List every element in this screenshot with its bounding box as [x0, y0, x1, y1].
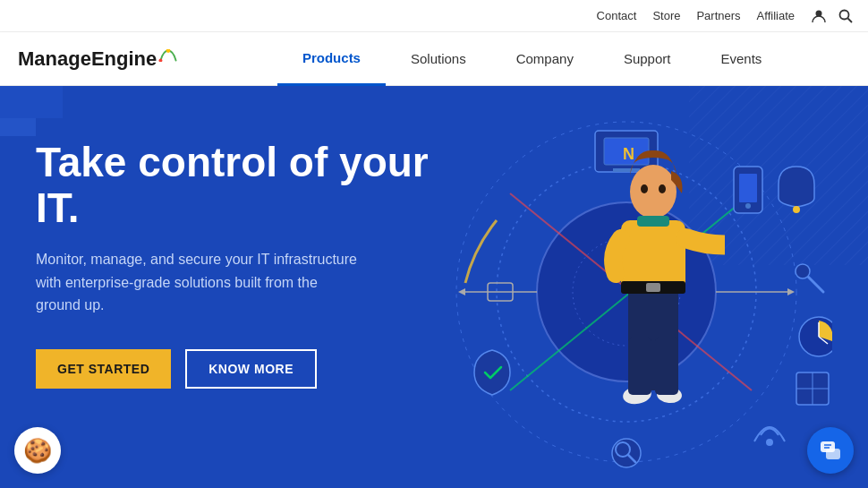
- hero-content: Take control of your IT. Monitor, manage…: [36, 140, 430, 389]
- svg-point-42: [630, 165, 677, 218]
- logo[interactable]: ManageEngine: [18, 47, 178, 71]
- hero-buttons: GET STARTED KNOW MORE: [36, 349, 430, 389]
- know-more-button[interactable]: KNOW MORE: [185, 349, 317, 389]
- svg-point-43: [641, 184, 648, 193]
- user-icon[interactable]: [811, 8, 827, 24]
- nav-products[interactable]: Products: [277, 32, 386, 86]
- nav-company[interactable]: Company: [491, 32, 599, 86]
- hero-subtitle: Monitor, manage, and secure your IT infr…: [36, 248, 358, 317]
- svg-rect-45: [637, 216, 669, 227]
- top-bar-icon-group: [811, 8, 854, 24]
- nav-links: Products Solutions Company Support Event…: [214, 32, 850, 86]
- svg-point-3: [166, 49, 171, 53]
- svg-line-2: [848, 18, 853, 22]
- partners-link[interactable]: Partners: [696, 9, 740, 22]
- svg-rect-54: [826, 449, 840, 459]
- accent-block-left2: [0, 118, 36, 136]
- cookie-banner[interactable]: 🍪: [14, 427, 61, 474]
- get-started-button[interactable]: GET STARTED: [36, 349, 171, 389]
- top-utility-bar: Contact Store Partners Affiliate: [0, 0, 868, 32]
- accent-block-topleft: [0, 86, 63, 118]
- svg-point-23: [796, 264, 810, 278]
- hero-title: Take control of your IT.: [36, 140, 430, 230]
- nav-solutions[interactable]: Solutions: [386, 32, 491, 86]
- chat-icon: [819, 439, 842, 462]
- svg-rect-52: [655, 337, 678, 395]
- svg-point-1: [840, 10, 849, 19]
- search-icon[interactable]: [838, 8, 854, 24]
- nav-events[interactable]: Events: [695, 32, 787, 86]
- svg-rect-51: [628, 337, 651, 395]
- hero-section: Take control of your IT. Monitor, manage…: [0, 86, 868, 488]
- svg-point-20: [745, 203, 751, 209]
- nav-support[interactable]: Support: [599, 32, 696, 86]
- svg-point-44: [659, 184, 666, 193]
- logo-manage: Manage: [18, 47, 91, 71]
- svg-rect-48: [646, 283, 660, 292]
- main-navigation: ManageEngine Products Solutions Company …: [0, 32, 868, 86]
- store-link[interactable]: Store: [652, 9, 680, 22]
- svg-marker-37: [458, 288, 465, 295]
- svg-point-32: [766, 439, 773, 446]
- affiliate-link[interactable]: Affiliate: [757, 9, 795, 22]
- person-figure: [582, 122, 725, 444]
- contact-link[interactable]: Contact: [597, 9, 637, 22]
- logo-engine: Engine: [91, 47, 157, 71]
- chat-widget[interactable]: [807, 427, 854, 474]
- svg-point-21: [793, 206, 800, 213]
- svg-rect-19: [739, 174, 757, 202]
- cookie-icon: 🍪: [23, 437, 52, 465]
- svg-marker-28: [787, 288, 795, 295]
